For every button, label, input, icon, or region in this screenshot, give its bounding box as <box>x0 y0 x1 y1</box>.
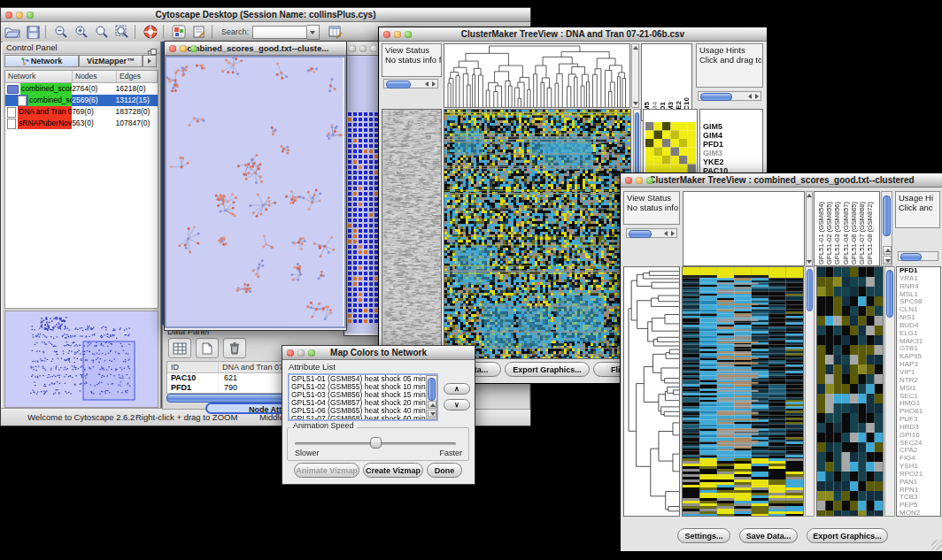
column-dendrogram-scrollbar[interactable] <box>631 43 639 108</box>
usage-hints-scrollbar[interactable] <box>698 91 761 101</box>
gene-label[interactable]: NTR2 <box>900 377 940 385</box>
gene-label[interactable]: SPC98 <box>900 298 940 306</box>
gene-label[interactable]: PEP5 <box>900 502 940 510</box>
zoom-scrollbar[interactable] <box>884 266 895 517</box>
column-dendrogram-panel[interactable] <box>444 43 630 108</box>
gene-label[interactable]: CLN1 <box>900 306 940 314</box>
move-up-button[interactable]: ∧ <box>444 383 470 395</box>
gene-label[interactable]: BUD4 <box>900 322 940 330</box>
network-window-titlebar[interactable]: combined_scores_good.txt--cluste... <box>165 42 346 56</box>
resize-grip[interactable] <box>931 540 942 550</box>
search-input[interactable] <box>252 26 307 39</box>
scroll-up-icon[interactable] <box>807 194 812 197</box>
save-icon[interactable] <box>24 24 42 40</box>
gene-label[interactable]: GTB1 <box>900 345 940 353</box>
attribute-list[interactable]: GPL51-01 (GSM854) heat shock 05 minGPL51… <box>288 373 438 421</box>
gene-label[interactable]: YSH1 <box>900 463 940 471</box>
scrollbar-thumb[interactable] <box>700 93 732 101</box>
maximize-icon[interactable] <box>370 45 377 52</box>
close-icon[interactable] <box>5 12 12 19</box>
maximize-icon[interactable] <box>405 31 412 38</box>
gene-label[interactable]: PUF3 <box>900 416 940 424</box>
scroll-left-icon[interactable] <box>664 231 668 236</box>
tab-overflow-button[interactable] <box>143 55 157 67</box>
gene-labels-panel[interactable]: PFD1YRA1RNR4MSL1SPC98CLN1NIS1BUD4ELG1MAK… <box>896 266 941 517</box>
network-tree-row[interactable]: sRNAPuberNov2+563(0)107847(0) <box>5 118 158 129</box>
gene-label[interactable]: YRA1 <box>900 275 940 283</box>
view-status-scrollbar[interactable] <box>383 79 438 88</box>
gene-label[interactable]: GIM3 <box>703 149 762 157</box>
scrollbar-thumb[interactable] <box>807 269 813 311</box>
scroll-down-button[interactable] <box>428 410 436 418</box>
minimize-icon[interactable] <box>16 12 23 19</box>
heatmap-zoom-canvas[interactable] <box>817 267 883 516</box>
gene-label[interactable]: GIM5 <box>703 122 762 131</box>
scroll-right-icon[interactable] <box>671 231 675 236</box>
scrollbar-thumb[interactable] <box>386 81 411 88</box>
column-header-edges[interactable]: Edges <box>117 71 158 82</box>
scrollbar-thumb[interactable] <box>883 196 891 236</box>
attribute-editor-icon[interactable] <box>327 24 344 40</box>
network-tree-row[interactable]: combined_scores2764(0)16218(0) <box>5 83 158 95</box>
scroll-up-icon[interactable] <box>633 46 638 50</box>
annotation-icon[interactable] <box>190 24 208 40</box>
vizmapper-icon[interactable] <box>170 24 188 40</box>
scrollbar-thumb[interactable] <box>629 230 652 238</box>
gene-label[interactable]: HAP3 <box>900 361 940 369</box>
gene-label[interactable]: GIM4 <box>703 131 762 140</box>
column-header-id[interactable]: ID <box>167 362 219 372</box>
gene-label[interactable]: RPO21 <box>900 471 940 479</box>
column-header-nodes[interactable]: Nodes <box>73 71 117 82</box>
dialog-titlebar[interactable]: Map Colors to Network <box>282 346 475 360</box>
close-icon[interactable] <box>287 349 294 357</box>
maximize-icon[interactable] <box>190 45 197 52</box>
gene-label[interactable]: GPI16 <box>900 432 940 440</box>
gene-label[interactable]: VIP1 <box>900 369 940 377</box>
gene-label[interactable]: NIS1 <box>900 314 940 322</box>
correlation-matrix-canvas[interactable] <box>645 122 696 173</box>
gene-label[interactable]: PHO81 <box>900 408 940 416</box>
open-folder-icon[interactable] <box>4 24 21 40</box>
close-icon[interactable] <box>349 45 356 52</box>
gene-label[interactable]: KAP95 <box>900 353 940 361</box>
column-label[interactable]: GPL51-08 (GSM872) <box>866 202 874 265</box>
search-combobox[interactable] <box>252 25 320 40</box>
maximize-icon[interactable] <box>308 349 315 357</box>
delete-attribute-icon[interactable] <box>223 338 246 358</box>
scroll-left-icon[interactable] <box>748 94 752 99</box>
zoom-out-icon[interactable] <box>52 24 70 40</box>
column-label[interactable]: GPL51-03 (GSM856) <box>833 202 841 265</box>
heatmap-global-panel[interactable] <box>444 109 631 359</box>
minimize-icon[interactable] <box>297 349 305 357</box>
heatmap-canvas[interactable] <box>444 110 630 358</box>
done-button[interactable]: Done <box>427 463 462 478</box>
column-label[interactable]: GPL51-01 (GSM854) <box>817 202 825 265</box>
treeview-button[interactable]: Export Graphics... <box>505 362 590 377</box>
gene-label[interactable]: YKE2 <box>703 157 762 166</box>
network-tree-row[interactable]: DNA and Tran 07769(0)183728(0) <box>5 106 158 118</box>
column-dendrogram-scrollbar[interactable] <box>806 191 813 266</box>
scrollbar-thumb[interactable] <box>428 378 436 401</box>
column-label[interactable]: GPL51-07 (GSM868) <box>858 202 866 265</box>
gene-label[interactable]: HMG1 <box>900 400 940 408</box>
zoom-fit-icon[interactable] <box>113 24 131 40</box>
heatmap-scrollbar[interactable] <box>805 266 815 517</box>
minimize-icon[interactable] <box>180 45 187 52</box>
scroll-down-icon[interactable] <box>807 260 812 264</box>
attribute-item[interactable]: GPL51-07 (GSM868) heat shock 60 min <box>290 415 436 421</box>
main-titlebar[interactable]: Cytoscape Desktop (Session Name: collins… <box>1 8 530 22</box>
close-icon[interactable] <box>625 177 632 184</box>
gene-label[interactable]: MSI1 <box>900 385 940 393</box>
network-canvas[interactable] <box>166 58 343 326</box>
treeview-button[interactable]: Save Data... <box>739 528 798 543</box>
move-down-button[interactable]: ∨ <box>444 399 470 410</box>
minimize-icon[interactable] <box>394 31 401 38</box>
gene-label[interactable]: MSL1 <box>900 291 940 299</box>
treeview2-titlebar[interactable]: ClusterMaker TreeView : combined_scores_… <box>621 173 942 188</box>
speed-slider-thumb[interactable] <box>370 437 382 449</box>
scroll-down-icon[interactable] <box>633 102 638 105</box>
column-dendrogram-canvas[interactable] <box>444 44 629 107</box>
gene-label[interactable]: FIG4 <box>900 455 940 463</box>
network-tree-row[interactable]: combined_sco2569(6)13112(15) <box>5 95 158 106</box>
close-icon[interactable] <box>383 31 390 38</box>
